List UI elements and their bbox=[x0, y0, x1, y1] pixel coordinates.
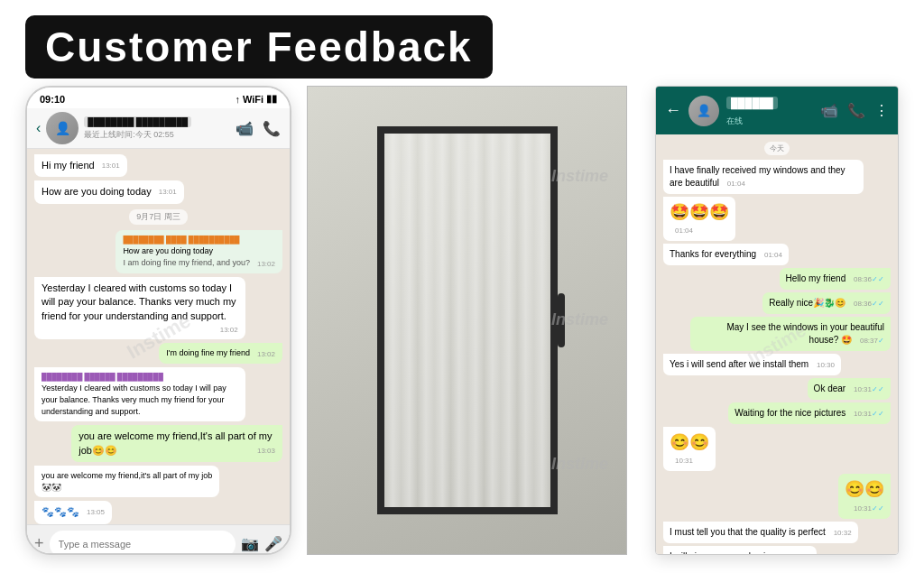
msg-bubble: ████████ ████ ██████████ How are you doi… bbox=[116, 230, 282, 273]
more-icon[interactable]: ⋮ bbox=[874, 102, 889, 119]
back-icon[interactable]: ‹ bbox=[36, 120, 41, 136]
status-time: 09:10 bbox=[40, 94, 65, 105]
nav-left: ‹ 👤 ████████ █████████ 最近上线时间:今天 02:55 bbox=[36, 112, 191, 144]
add-icon[interactable]: + bbox=[34, 534, 44, 553]
right-chat-body: Instime 今天 I have finally received my wi… bbox=[656, 134, 898, 554]
msg-bubble: How are you doing today 13:01 bbox=[34, 180, 184, 203]
r-msg-out: Really nice🎉🐉😊 08:36✓✓ bbox=[762, 292, 891, 314]
product-image: Instime Instime Instime bbox=[307, 86, 627, 555]
r-msg-in: 😊😊 10:31 bbox=[663, 427, 716, 471]
watermark-img-3: Instime bbox=[551, 455, 608, 474]
video-icon[interactable]: 📹 bbox=[820, 102, 838, 119]
right-chat-panel: ← 👤 ██████ 在线 📹 📞 ⋮ Instime 今天 I have fi… bbox=[655, 86, 899, 555]
msg-bubble: you are welcome my friend,It's all part … bbox=[71, 425, 282, 462]
chat-input-bar: + 📷 🎤 bbox=[27, 524, 290, 555]
right-contact-info: ██████ 在线 bbox=[726, 94, 813, 127]
msg-bubble: Hi my friend 13:01 bbox=[34, 154, 127, 177]
mic-icon[interactable]: 🎤 bbox=[264, 535, 282, 552]
camera-icon[interactable]: 📷 bbox=[241, 535, 259, 552]
msg-bubble: I'm doing fine my friend 13:02 bbox=[159, 343, 282, 364]
r-msg-out: Waiting for the nice pictures 10:31✓✓ bbox=[728, 402, 891, 424]
right-contact-avatar: 👤 bbox=[688, 96, 719, 126]
call-icon[interactable]: 📞 bbox=[263, 120, 281, 137]
chat-nav-bar: ‹ 👤 ████████ █████████ 最近上线时间:今天 02:55 📹… bbox=[27, 108, 290, 149]
r-msg-in: Thanks for everything 01:04 bbox=[663, 244, 789, 265]
video-call-icon[interactable]: 📹 bbox=[236, 120, 254, 137]
r-msg-out: Ok dear 10:31✓✓ bbox=[808, 378, 891, 400]
right-header-icons: 📹 📞 ⋮ bbox=[820, 102, 889, 119]
contact-name: ████████ █████████ bbox=[84, 116, 191, 127]
msg-bubble: you are welcome my friend,it's all part … bbox=[34, 466, 219, 497]
r-msg-in: Yes i will send after we install them 10… bbox=[663, 354, 841, 375]
phone-status-bar: 09:10 ↑ WiFi ▮▮ bbox=[27, 88, 290, 108]
nav-icons: 📹 📞 bbox=[236, 120, 281, 137]
battery-icon: ▮▮ bbox=[266, 93, 277, 105]
wifi-icon: WiFi bbox=[243, 94, 263, 105]
r-msg-out: Hello my friend 08:36✓✓ bbox=[780, 268, 892, 290]
r-date: 今天 bbox=[764, 142, 790, 155]
door-frame bbox=[377, 126, 558, 514]
r-msg-in: I must tell you that the quality is perf… bbox=[663, 522, 858, 543]
r-msg-in: I will give you more business 10:32 bbox=[663, 546, 817, 554]
msg-bubble: ████████ ██████ █████████ Yesterday I cl… bbox=[34, 367, 245, 421]
page-title: Customer Feedback bbox=[45, 23, 473, 70]
r-msg-in: I have finally received my windows and t… bbox=[663, 160, 864, 194]
watermark-img-1: Instime bbox=[551, 167, 608, 186]
chat-body-left: Instime Hi my friend 13:01 How are you d… bbox=[27, 149, 290, 524]
title-section: Customer Feedback bbox=[25, 15, 493, 79]
r-msg-out: 😊😊 10:31✓✓ bbox=[838, 474, 891, 518]
contact-status: 最近上线时间:今天 02:55 bbox=[84, 129, 191, 141]
title-box: Customer Feedback bbox=[25, 15, 493, 79]
door-handle bbox=[558, 293, 565, 347]
r-msg-out: May I see the windows in your beautiful … bbox=[690, 317, 891, 351]
door-container: Instime Instime Instime bbox=[308, 87, 626, 554]
left-phone-mockup: 09:10 ↑ WiFi ▮▮ ‹ 👤 ████████ █████████ 最… bbox=[25, 86, 291, 555]
chat-input[interactable] bbox=[50, 531, 236, 556]
contact-avatar: 👤 bbox=[46, 112, 79, 144]
msg-bubble: 🐾🐾🐾 13:05 bbox=[34, 501, 112, 523]
back-arrow-icon[interactable]: ← bbox=[665, 101, 681, 120]
right-contact-name: ██████ bbox=[726, 97, 778, 109]
location-icon: ↑ bbox=[235, 94, 240, 105]
right-contact-status: 在线 bbox=[726, 116, 743, 125]
msg-bubble: Yesterday I cleared with customs so toda… bbox=[34, 277, 245, 339]
status-icons: ↑ WiFi ▮▮ bbox=[235, 93, 277, 105]
phone-icon[interactable]: 📞 bbox=[847, 102, 865, 119]
contact-info: ████████ █████████ 最近上线时间:今天 02:55 bbox=[84, 116, 191, 141]
right-chat-header: ← 👤 ██████ 在线 📹 📞 ⋮ bbox=[656, 87, 898, 134]
r-msg-in: 🤩🤩🤩 01:04 bbox=[663, 197, 735, 241]
msg-date: 9月7日 周三 bbox=[129, 209, 188, 225]
